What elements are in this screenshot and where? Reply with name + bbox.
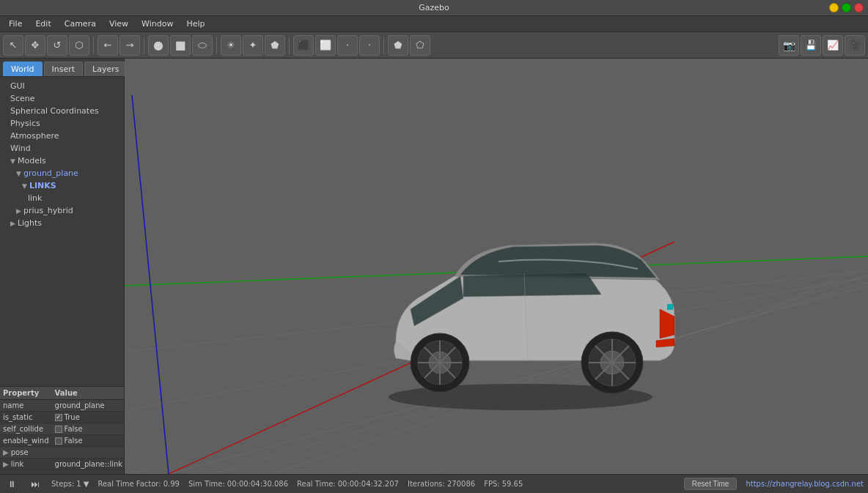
prop-isstatic-label: is_static: [0, 412, 52, 423]
tool-extra2[interactable]: ⬠: [410, 35, 430, 56]
fps-group: FPS: 59.65: [484, 480, 523, 488]
rtf-label: Real Time Factor:: [98, 480, 161, 488]
minimize-button[interactable]: [829, 3, 839, 12]
menu-camera[interactable]: Camera: [59, 18, 102, 30]
prop-selfcollide-label: self_collide: [0, 423, 52, 435]
pose-expand-icon[interactable]: ▶: [3, 448, 9, 456]
prop-enablewind-label: enable_wind: [0, 435, 52, 447]
prop-isstatic-value[interactable]: ✓ True: [52, 412, 124, 423]
tool-pointlight[interactable]: ☀: [221, 35, 241, 56]
blog-link[interactable]: https://zhangrelay.blog.csdn.net: [746, 480, 864, 488]
tool-undo[interactable]: ←: [98, 35, 118, 56]
prop-link-value[interactable]: ground_plane::link: [52, 459, 124, 470]
tree-links[interactable]: ▼ LINKS: [0, 179, 124, 192]
lights-arrow: ▶: [10, 220, 15, 227]
tree-spherical[interactable]: Spherical Coordinates: [0, 105, 124, 117]
enable-wind-checkbox[interactable]: [55, 437, 62, 445]
tool-dirlight[interactable]: ⬟: [265, 35, 285, 56]
prop-row-self-collide: self_collide False: [0, 423, 124, 435]
col-value: Value: [52, 387, 124, 400]
menu-file[interactable]: File: [3, 18, 28, 30]
tool-screenshot[interactable]: 📷: [779, 35, 799, 56]
link-expand-icon[interactable]: ▶: [3, 460, 9, 468]
tool-paste[interactable]: ⬜: [315, 35, 336, 56]
statusbar: ⏸ ⏭ Steps: 1 ▼ Real Time Factor: 0.99 Si…: [0, 474, 868, 493]
titlebar-title: Gazebo: [419, 3, 449, 12]
tool-copy[interactable]: ⬛: [293, 35, 314, 56]
prop-pose-label: ▶ pose: [0, 447, 52, 459]
iterations-value: 270086: [447, 480, 475, 488]
tree-prius[interactable]: ▶ prius_hybrid: [0, 204, 124, 217]
tree-lights[interactable]: ▶ Lights: [0, 217, 124, 229]
ground-plane-arrow: ▼: [16, 170, 21, 177]
iterations-label: Iterations:: [408, 480, 445, 488]
tree-wind[interactable]: Wind: [0, 142, 124, 155]
simtime-value: 00:00:04:30.086: [227, 480, 288, 488]
tool-move[interactable]: ✥: [25, 35, 45, 56]
tool-cylinder[interactable]: ⬭: [192, 35, 213, 56]
tool-redo[interactable]: →: [119, 35, 140, 56]
reset-time-button[interactable]: Reset Time: [684, 478, 738, 490]
menu-edit[interactable]: Edit: [29, 18, 56, 30]
tool-record[interactable]: 🎥: [845, 35, 865, 56]
realtime-group: Real Time: 00:00:04:32.207: [297, 480, 399, 488]
step-button[interactable]: ⏭: [28, 477, 43, 492]
toolbar-right: 📷 💾 📈 🎥: [779, 35, 865, 56]
prop-row-name: name ground_plane: [0, 400, 124, 412]
toolbar: ↖ ✥ ↺ ⬡ ← → ● ■ ⬭ ☀ ✦ ⬟ ⬛ ⬜ ⬝ ⬞ ⬟ ⬠ 📷 💾 …: [0, 32, 868, 59]
properties-panel: Property Value name ground_plane is_stat…: [0, 386, 124, 474]
tree-link[interactable]: link: [0, 192, 124, 204]
tool-save[interactable]: 💾: [801, 35, 821, 56]
tool-extra1[interactable]: ⬟: [388, 35, 408, 56]
tab-insert[interactable]: Insert: [44, 62, 84, 76]
tool-box[interactable]: ■: [170, 35, 191, 56]
tool-scale[interactable]: ⬡: [69, 35, 89, 56]
is-static-checkbox[interactable]: ✓: [55, 414, 62, 421]
prop-enablewind-value[interactable]: False: [52, 435, 124, 447]
tool-plot[interactable]: 📈: [823, 35, 843, 56]
menubar: File Edit Camera View Window Help: [0, 16, 868, 32]
tree-atmosphere[interactable]: Atmosphere: [0, 130, 124, 142]
tool-sphere[interactable]: ●: [148, 35, 169, 56]
self-collide-checkbox[interactable]: [55, 426, 62, 433]
maximize-button[interactable]: [842, 3, 851, 12]
tool-rotate[interactable]: ↺: [47, 35, 67, 56]
tree-scene[interactable]: Scene: [0, 92, 124, 105]
tree-area: GUI Scene Spherical Coordinates Physics …: [0, 77, 124, 386]
steps-label: Steps:: [51, 480, 74, 488]
iterations-group: Iterations: 270086: [408, 480, 475, 488]
tool-select[interactable]: ↖: [3, 35, 23, 56]
tree-gui[interactable]: GUI: [0, 80, 124, 92]
steps-dropdown[interactable]: ▼: [84, 480, 89, 488]
menu-window[interactable]: Window: [136, 18, 179, 30]
tool-align[interactable]: ⬝: [337, 35, 358, 56]
menu-view[interactable]: View: [103, 18, 134, 30]
tab-world[interactable]: World: [3, 62, 43, 76]
sep4: [289, 37, 290, 54]
menu-help[interactable]: Help: [180, 18, 210, 30]
world-tabs: World Insert Layers: [0, 59, 124, 77]
prop-name-value[interactable]: ground_plane: [52, 400, 124, 412]
prop-row-is-static: is_static ✓ True: [0, 412, 124, 423]
tree-physics[interactable]: Physics: [0, 117, 124, 130]
sep5: [383, 37, 384, 54]
svg-line-4: [132, 95, 169, 474]
prop-selfcollide-value[interactable]: False: [52, 423, 124, 435]
tool-spotlight[interactable]: ✦: [243, 35, 263, 56]
pause-button[interactable]: ⏸: [4, 477, 19, 492]
viewport[interactable]: [125, 59, 868, 474]
car-model: [352, 196, 689, 415]
prop-link-label: ▶ link: [0, 459, 52, 470]
tab-layers[interactable]: Layers: [84, 62, 127, 76]
simtime-group: Sim Time: 00:00:04:30.086: [188, 480, 288, 488]
models-arrow: ▼: [10, 157, 15, 165]
titlebar: Gazebo: [0, 0, 868, 16]
prop-row-pose: ▶ pose: [0, 447, 124, 459]
tool-snap[interactable]: ⬞: [359, 35, 380, 56]
steps-group: Steps: 1 ▼: [51, 480, 89, 488]
tree-ground-plane[interactable]: ▼ ground_plane: [0, 167, 124, 179]
tree-models[interactable]: ▼ Models: [0, 155, 124, 167]
close-button[interactable]: [854, 3, 864, 12]
fps-label: FPS:: [484, 480, 500, 488]
fps-value: 59.65: [502, 480, 523, 488]
